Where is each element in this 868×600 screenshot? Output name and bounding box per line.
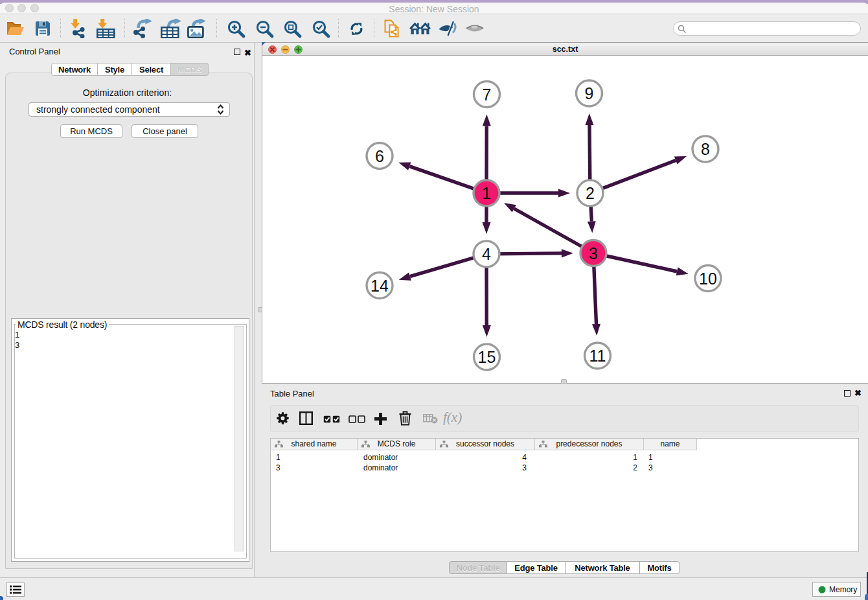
svg-text:6: 6	[375, 147, 384, 165]
svg-text:8: 8	[701, 140, 710, 158]
svg-text:1: 1	[482, 184, 491, 202]
svg-text:11: 11	[589, 347, 606, 365]
svg-text:4: 4	[482, 245, 491, 263]
svg-text:14: 14	[371, 277, 389, 295]
svg-text:15: 15	[478, 348, 496, 366]
svg-text:7: 7	[483, 86, 492, 104]
svg-text:9: 9	[585, 84, 594, 102]
svg-text:2: 2	[586, 184, 595, 202]
svg-text:3: 3	[589, 244, 598, 262]
svg-text:10: 10	[699, 270, 717, 288]
